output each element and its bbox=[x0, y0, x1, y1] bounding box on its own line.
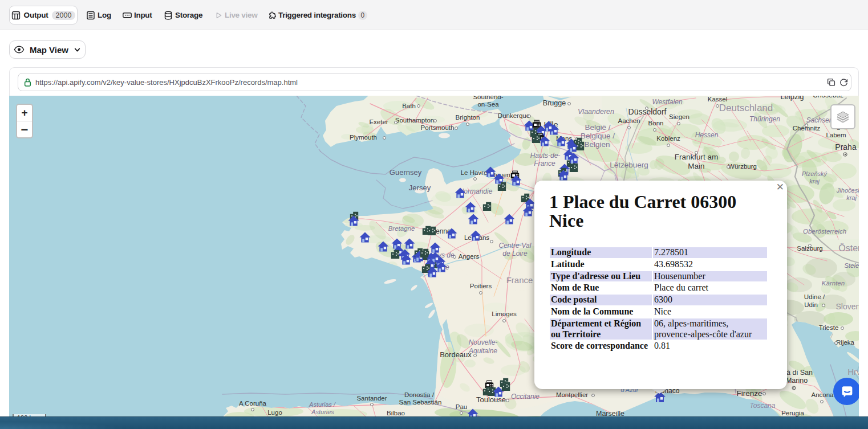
svg-text:Southampton: Southampton bbox=[395, 117, 434, 124]
svg-text:Slovenij: Slovenij bbox=[835, 302, 859, 311]
svg-text:Lugo: Lugo bbox=[267, 409, 282, 416]
svg-text:Leipzig: Leipzig bbox=[780, 96, 804, 101]
svg-text:Donostia /: Donostia / bbox=[404, 391, 435, 398]
svg-text:Rijeka: Rijeka bbox=[836, 339, 855, 346]
svg-text:Belgien: Belgien bbox=[584, 140, 610, 149]
svg-text:Southend-: Southend- bbox=[473, 96, 503, 100]
svg-text:Toscana: Toscana bbox=[750, 402, 776, 410]
svg-text:Vlaanderen: Vlaanderen bbox=[578, 108, 614, 116]
svg-text:Hessen: Hessen bbox=[695, 131, 719, 139]
svg-text:Plymouth: Plymouth bbox=[350, 134, 377, 141]
svg-text:Lëtzebuerg: Lëtzebuerg bbox=[610, 161, 648, 169]
svg-text:België /: België / bbox=[585, 123, 610, 132]
svg-text:Hrva: Hrva bbox=[847, 367, 859, 377]
svg-text:Angers: Angers bbox=[459, 253, 480, 260]
svg-text:Marino: Marino bbox=[786, 377, 808, 385]
svg-text:Koblenz: Koblenz bbox=[656, 135, 680, 142]
svg-text:Udine /: Udine / bbox=[804, 293, 825, 300]
svg-text:Asturies: Asturies bbox=[311, 408, 334, 415]
svg-text:à di San: à di San bbox=[786, 369, 813, 377]
svg-text:Sachsen: Sachsen bbox=[806, 116, 833, 124]
svg-text:Brighton: Brighton bbox=[456, 114, 480, 121]
svg-text:Jihočeský: Jihočeský bbox=[836, 187, 859, 194]
svg-text:kraj: kraj bbox=[809, 178, 820, 185]
svg-text:Kassel: Kassel bbox=[708, 96, 728, 103]
svg-text:San Sebastián: San Sebastián bbox=[399, 399, 442, 406]
svg-text:France: France bbox=[534, 160, 555, 167]
svg-text:Nouvelle-: Nouvelle- bbox=[469, 338, 498, 346]
svg-text:Belgique /: Belgique / bbox=[581, 132, 615, 140]
svg-text:Asturias /: Asturias / bbox=[309, 401, 336, 408]
svg-text:Main: Main bbox=[688, 162, 704, 170]
svg-text:Chóśebuz: Chóśebuz bbox=[813, 96, 843, 99]
svg-text:Bath: Bath bbox=[402, 103, 416, 109]
svg-text:Deutschland: Deutschland bbox=[719, 103, 773, 113]
svg-text:France: France bbox=[506, 275, 533, 285]
svg-text:Österre: Österre bbox=[838, 243, 859, 253]
svg-text:Thüringen: Thüringen bbox=[749, 115, 780, 123]
svg-text:Le Havre: Le Havre bbox=[461, 169, 488, 176]
svg-text:Dunkerque: Dunkerque bbox=[498, 112, 530, 119]
svg-text:Plzeňský: Plzeňský bbox=[802, 170, 828, 177]
svg-text:Perugia: Perugia bbox=[781, 410, 804, 416]
svg-text:Westfalen: Westfalen bbox=[652, 98, 682, 106]
svg-text:Brugge: Brugge bbox=[543, 99, 566, 107]
svg-text:Praha: Praha bbox=[835, 142, 857, 152]
svg-text:Aachen: Aachen bbox=[618, 117, 640, 124]
svg-text:Aquitaine: Aquitaine bbox=[468, 347, 497, 355]
svg-text:Bretagne: Bretagne bbox=[388, 225, 415, 232]
svg-text:Santander: Santander bbox=[356, 395, 387, 402]
svg-text:Hauts-de-: Hauts-de- bbox=[530, 152, 561, 160]
svg-text:Siegen: Siegen bbox=[669, 113, 689, 120]
svg-text:Montpellier: Montpellier bbox=[556, 391, 588, 398]
svg-text:Oberösterreich: Oberösterreich bbox=[803, 228, 846, 235]
svg-text:de Loire: de Loire bbox=[502, 250, 528, 258]
svg-text:Centre-Val: Centre-Val bbox=[499, 242, 532, 250]
svg-text:Ancona: Ancona bbox=[811, 391, 834, 398]
svg-text:Würzburg: Würzburg bbox=[728, 163, 757, 170]
svg-text:Exeter: Exeter bbox=[369, 119, 388, 125]
svg-text:on-Sea: on-Sea bbox=[477, 101, 499, 108]
svg-text:Pau: Pau bbox=[456, 403, 467, 410]
svg-text:Bonn: Bonn bbox=[648, 120, 664, 126]
svg-text:Portsmouth: Portsmouth bbox=[421, 124, 455, 131]
svg-text:Occitanie: Occitanie bbox=[511, 393, 540, 401]
svg-text:Firenze: Firenze bbox=[736, 389, 762, 398]
svg-text:Bilbao: Bilbao bbox=[387, 410, 405, 416]
svg-text:Steierm: Steierm bbox=[844, 262, 859, 269]
svg-text:A Coruña: A Coruña bbox=[239, 400, 267, 407]
svg-text:Guernsey: Guernsey bbox=[390, 168, 422, 177]
svg-text:Bordeaux: Bordeaux bbox=[440, 350, 472, 359]
svg-text:kraj: kraj bbox=[846, 194, 857, 201]
svg-text:Udin: Udin bbox=[804, 301, 818, 308]
svg-text:Limoges: Limoges bbox=[492, 310, 517, 317]
svg-text:Kärnten: Kärnten bbox=[822, 280, 845, 287]
svg-text:Trieste: Trieste bbox=[819, 324, 839, 331]
svg-text:Poitiers: Poitiers bbox=[470, 283, 492, 289]
svg-text:Jersey: Jersey bbox=[409, 183, 431, 192]
svg-text:Labem: Labem bbox=[826, 132, 846, 138]
